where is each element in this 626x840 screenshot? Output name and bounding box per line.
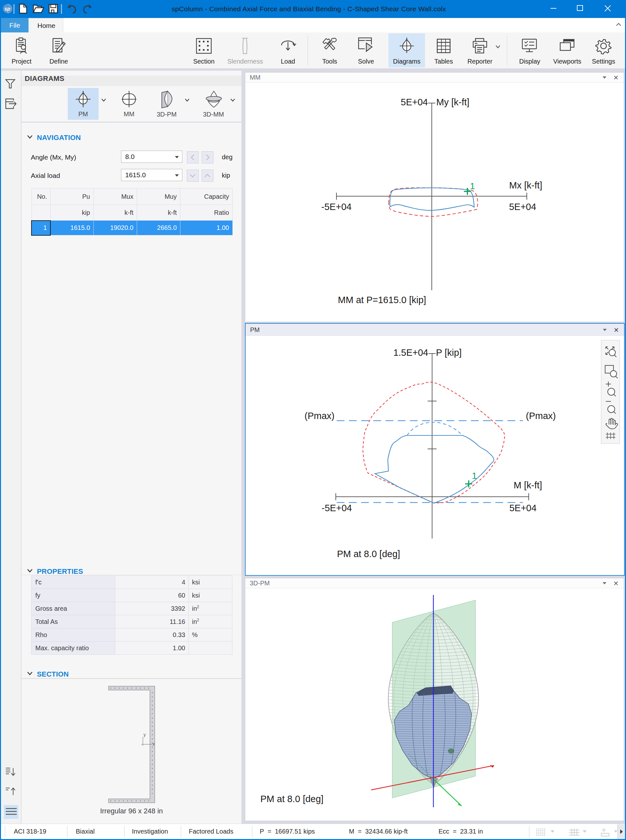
svg-text:PM at 8.0 [deg]: PM at 8.0 [deg] (337, 549, 400, 559)
svg-text:5E+04: 5E+04 (509, 503, 537, 513)
svg-text:5E+04: 5E+04 (401, 97, 428, 107)
svg-text:M [k-ft]: M [k-ft] (513, 480, 542, 491)
svg-text:x: x (152, 741, 155, 746)
svg-text:-5E+04: -5E+04 (322, 503, 352, 513)
svg-text:1.5E+04: 1.5E+04 (393, 348, 428, 358)
svg-text:Mx [k-ft]: Mx [k-ft] (509, 180, 542, 190)
svg-text:y: y (144, 732, 146, 737)
svg-text:(Pmax): (Pmax) (526, 411, 556, 421)
svg-text:1: 1 (472, 471, 477, 481)
svg-text:sp: sp (5, 6, 11, 11)
svg-text:MM at P=1615.0 [kip]: MM at P=1615.0 [kip] (338, 295, 426, 305)
svg-text:PM at 8.0 [deg]: PM at 8.0 [deg] (260, 794, 324, 804)
svg-text:-5E+04: -5E+04 (321, 202, 352, 212)
svg-text:My [k-ft]: My [k-ft] (436, 97, 470, 107)
svg-text:(Pmax): (Pmax) (305, 411, 335, 421)
svg-text:1: 1 (470, 181, 475, 191)
svg-text:5E+04: 5E+04 (509, 202, 537, 212)
svg-text:P [kip]: P [kip] (436, 348, 462, 358)
